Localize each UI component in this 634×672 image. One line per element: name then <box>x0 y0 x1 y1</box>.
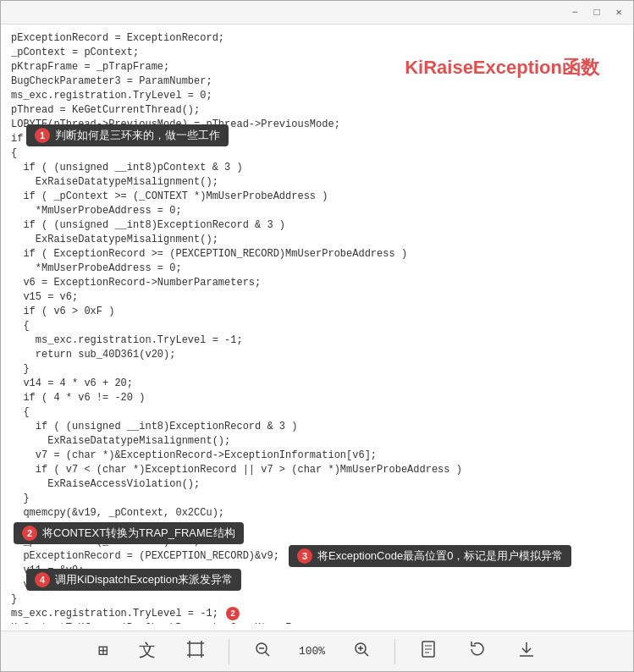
zoom-out-button[interactable] <box>246 636 278 666</box>
page-icon <box>419 640 438 663</box>
zoom-in-button[interactable] <box>345 636 378 666</box>
annotation-2: 2 将CONTEXT转换为TRAP_FRAME结构 <box>14 522 244 544</box>
grid-button[interactable]: ⊞ <box>91 640 115 664</box>
crop-icon <box>186 640 205 663</box>
code-line: ms_exc.registration.TryLevel = 0; <box>11 89 623 103</box>
code-line: { <box>11 319 623 333</box>
code-line: } <box>11 592 623 607</box>
annotation-badge-1: 1 <box>35 128 50 143</box>
download-button[interactable] <box>510 636 543 666</box>
code-line: *MmUserProbeAddress = 0; <box>11 262 623 276</box>
annotation-text-3: 将ExceptionCode最高位置0，标记是用户模拟异常 <box>317 548 563 564</box>
refresh-button[interactable] <box>461 636 493 666</box>
grid-icon: ⊞ <box>98 643 108 660</box>
code-line: if ( ExceptionRecord >= (PEXCEPTION_RECO… <box>11 247 623 262</box>
code-line: if ( (unsigned __int8)ExceptionRecord & … <box>11 420 623 434</box>
text-format-button[interactable]: 文 <box>132 640 163 664</box>
code-line: *MmUserProbeAddress = 0; <box>11 204 623 218</box>
code-line: if ( (unsigned __int8)pContext & 3 ) <box>11 161 623 175</box>
title-bar: − □ ✕ <box>1 1 633 25</box>
code-line: } <box>11 362 623 377</box>
code-line: { <box>11 405 623 420</box>
code-line: { <box>11 146 623 161</box>
annotation-3: 3 将ExceptionCode最高位置0，标记是用户模拟异常 <box>289 545 571 567</box>
code-line: if ( v7 < (char *)ExceptionRecord || v7 … <box>11 463 623 477</box>
code-line: pExceptionRecord = ExceptionRecord; <box>11 31 623 46</box>
code-line: ExRaiseDatatypeMisalignment(); <box>11 434 623 449</box>
code-line: if ( 4 * v6 != -20 ) <box>11 391 623 405</box>
minimize-button[interactable]: − <box>567 5 582 20</box>
code-line: v7 = (char *)&ExceptionRecord->Exception… <box>11 449 623 463</box>
download-icon <box>517 640 536 663</box>
separator <box>229 639 229 664</box>
code-line: return sub_40D361(v20); <box>11 348 623 362</box>
svg-rect-0 <box>190 643 201 655</box>
svg-line-15 <box>365 653 369 657</box>
annotation-text-4: 调用KiDispatchException来派发异常 <box>55 572 233 587</box>
code-line: v6 = ExceptionRecord->NumberParameters; <box>11 276 623 290</box>
zoom-out-icon <box>253 640 272 663</box>
code-line: if ( v6 > 0xF ) <box>11 305 623 319</box>
toolbar: ⊞ 文 <box>1 631 633 671</box>
annotation-badge-3: 3 <box>297 548 312 564</box>
code-line: v15 = v6; <box>11 290 623 305</box>
zoom-in-icon <box>352 640 371 663</box>
annotation-badge-4: 4 <box>35 572 50 587</box>
refresh-icon <box>468 640 487 663</box>
code-line: _pContext = pContext; <box>11 46 623 60</box>
code-line: pKtrapFrame = _pTrapFrame; <box>11 60 623 74</box>
annotation-1: 1 判断如何是三环来的，做一些工作 <box>26 124 229 146</box>
text-icon: 文 <box>139 643 156 660</box>
main-window: − □ ✕ KiRaiseException函数 pExceptionRecor… <box>0 0 634 672</box>
separator <box>394 639 395 664</box>
code-line: } <box>11 492 623 506</box>
page-button[interactable] <box>412 636 444 666</box>
close-button[interactable]: ✕ <box>611 5 626 20</box>
code-line: ExRaiseAccessViolation(); <box>11 477 623 492</box>
code-line: ms_exc.registration.TryLevel = -1; <box>11 333 623 348</box>
zoom-value: 100% <box>295 645 328 658</box>
code-line: ms_exc.registration.TryLevel = -1; 2 <box>11 607 623 621</box>
code-line: BugCheckParameter3 = ParamNumber; <box>11 74 623 89</box>
code-line: v14 = 4 * v6 + 20; <box>11 377 623 391</box>
crop-button[interactable] <box>179 636 212 666</box>
code-line: if ( _pContext >= (_CONTEXT *)MmUserProb… <box>11 190 623 204</box>
annotation-badge-2: 2 <box>22 526 37 541</box>
code-line: ExRaiseDatatypeMisalignment(); <box>11 175 623 190</box>
code-line: pThread = KeGetCurrentThread(); <box>11 103 623 118</box>
code-line: KeContextToKframes(BugCheckParameter3, p… <box>11 621 623 624</box>
maximize-button[interactable]: □ <box>589 5 604 20</box>
annotation-text-1: 判断如何是三环来的，做一些工作 <box>55 128 220 143</box>
svg-line-11 <box>265 653 269 657</box>
annotation-4: 4 调用KiDispatchException来派发异常 <box>26 569 241 591</box>
code-area: KiRaiseException函数 pExceptionRecord = Ex… <box>1 25 633 631</box>
code-line: ExRaiseDatatypeMisalignment(); <box>11 233 623 247</box>
annotation-text-2: 将CONTEXT转换为TRAP_FRAME结构 <box>42 526 235 541</box>
code-line: qmemcpy(&v19, _pContext, 0x2CCu); <box>11 506 623 521</box>
code-line: if ( (unsigned __int8)ExceptionRecord & … <box>11 218 623 233</box>
